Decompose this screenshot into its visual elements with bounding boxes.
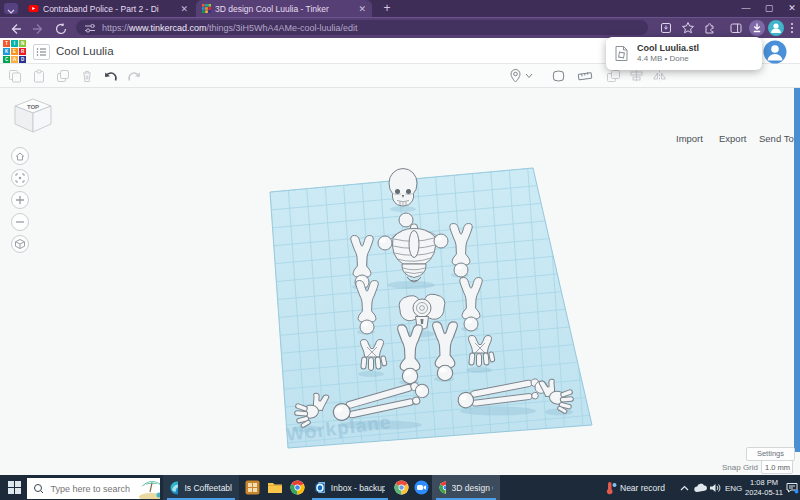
zoom-in-button[interactable] <box>11 191 29 209</box>
zoom-app-icon[interactable] <box>414 480 429 495</box>
maximize-button[interactable]: ▢ <box>761 2 777 15</box>
volume-icon[interactable] <box>709 482 721 494</box>
side-panel-icon[interactable] <box>729 21 743 35</box>
fit-view-button[interactable] <box>11 169 29 187</box>
chevron-down-icon <box>4 6 18 17</box>
bookmark-star-icon[interactable] <box>681 21 695 35</box>
undo-icon[interactable] <box>103 69 118 83</box>
chrome-icon <box>439 481 446 494</box>
youtube-icon <box>28 4 39 13</box>
tab-tinkercad[interactable]: 3D design Cool Luulia - Tinker ✕ <box>196 0 372 17</box>
clock[interactable]: 1:08 PM 2024-05-11 <box>743 478 785 498</box>
shape-tool-icon[interactable] <box>551 69 566 83</box>
download-filename[interactable]: Cool Luulia.stl <box>637 43 699 54</box>
home-icon <box>14 150 26 162</box>
group-icon[interactable] <box>606 69 621 83</box>
settings-button[interactable]: Settings <box>746 447 795 461</box>
forward-icon[interactable] <box>31 22 45 36</box>
browser-app-icon[interactable] <box>394 480 409 495</box>
duplicate-icon[interactable] <box>56 69 70 83</box>
list-menu-icon <box>34 45 49 59</box>
ruler-tool-icon[interactable] <box>577 69 593 83</box>
extensions-puzzle-icon[interactable] <box>703 21 717 35</box>
browser-tab-strip: Contraband Police - Part 2 - Di ✕ 3D des… <box>0 0 800 17</box>
taskbar-outlook-task[interactable]: Inbox - backup - O... <box>308 475 392 500</box>
taskbar-edge-task[interactable]: Is Coffeetablessale... <box>163 475 239 500</box>
skeleton-skull[interactable] <box>389 169 417 207</box>
tab-title: 3D design Cool Luulia - Tinker <box>215 4 333 14</box>
tab-close-icon[interactable]: ✕ <box>358 4 366 14</box>
task-label: Is Coffeetablessale... <box>184 483 232 493</box>
download-status: 4.4 MB • Done <box>637 54 699 64</box>
home-view-button[interactable] <box>11 147 29 165</box>
save-page-icon[interactable] <box>659 21 673 35</box>
tinkercad-favicon <box>202 4 211 13</box>
taskbar-app-icon[interactable] <box>245 480 260 495</box>
reload-icon[interactable] <box>54 22 68 36</box>
menu-dots-icon[interactable] <box>788 21 796 35</box>
chrome-icon[interactable] <box>290 480 305 495</box>
file-explorer-icon[interactable] <box>267 480 283 494</box>
copy-icon[interactable] <box>8 69 22 83</box>
stl-file-icon <box>614 45 629 62</box>
delete-icon[interactable] <box>80 69 94 83</box>
snap-grid-label: Snap Grid <box>718 463 758 472</box>
onedrive-icon[interactable] <box>693 483 707 493</box>
tray-expand-icon[interactable] <box>679 484 690 492</box>
search-highlight-image[interactable] <box>137 478 160 499</box>
align-icon[interactable] <box>629 69 644 83</box>
task-label: Inbox - backup - O... <box>331 483 385 493</box>
taskbar-search-box[interactable] <box>27 478 160 499</box>
weather-icon[interactable] <box>604 481 617 495</box>
task-label: 3D design Cool Luu... <box>452 483 493 493</box>
site-info-icon[interactable] <box>84 22 96 34</box>
minus-icon <box>14 216 26 228</box>
download-popup[interactable]: Cool Luulia.stl 4.4 MB • Done <box>606 37 762 70</box>
workplane-tool-icon[interactable] <box>508 68 523 84</box>
ortho-cube-icon <box>14 238 26 250</box>
redo-icon[interactable] <box>127 69 142 83</box>
outlook-icon <box>315 481 325 494</box>
3d-canvas[interactable]: Workplane <box>0 88 800 475</box>
shapes-panel-edge[interactable] <box>794 88 800 452</box>
view-cube-top-label: TOP <box>27 104 39 110</box>
edge-icon <box>170 481 178 495</box>
perspective-toggle-button[interactable] <box>11 235 29 253</box>
url-text: https://www.tinkercad.com/things/3iH5WhA… <box>102 23 358 33</box>
snap-grid-dropdown[interactable]: 1.0 mm ▾ <box>761 460 793 474</box>
language-indicator[interactable]: ENG <box>725 484 742 493</box>
zoom-out-button[interactable] <box>11 213 29 231</box>
screen: Contraband Police - Part 2 - Di ✕ 3D des… <box>0 0 800 500</box>
back-icon[interactable] <box>9 22 23 36</box>
tab-search-button[interactable] <box>4 3 18 14</box>
search-input[interactable] <box>48 483 137 495</box>
start-button[interactable] <box>8 481 21 494</box>
paste-icon[interactable] <box>32 69 46 83</box>
fit-view-icon <box>14 172 26 184</box>
browser-profile-avatar[interactable] <box>767 19 785 37</box>
date: 2024-05-11 <box>743 488 785 498</box>
chevron-down-icon[interactable] <box>525 73 533 79</box>
plus-icon <box>14 194 26 206</box>
search-icon <box>33 483 43 495</box>
url-bar[interactable]: https://www.tinkercad.com/things/3iH5WhA… <box>76 20 648 35</box>
minimize-button[interactable]: — <box>738 2 754 15</box>
downloads-icon[interactable] <box>748 19 766 37</box>
new-tab-button[interactable]: + <box>380 1 394 15</box>
weather-text[interactable]: Near record <box>620 483 665 493</box>
action-center-icon[interactable] <box>786 482 799 494</box>
view-cube[interactable]: TOP <box>10 94 56 140</box>
tab-title: Contraband Police - Part 2 - Di <box>43 4 161 14</box>
design-title[interactable]: Cool Luulia <box>56 45 114 57</box>
mirror-icon[interactable] <box>652 69 667 83</box>
taskbar-active-task[interactable]: 3D design Cool Luu... <box>432 475 500 500</box>
user-avatar[interactable] <box>763 40 787 64</box>
time: 1:08 PM <box>743 478 785 488</box>
tinkercad-logo[interactable]: T I N K E R C A D <box>3 40 26 63</box>
tab-contraband-police[interactable]: Contraband Police - Part 2 - Di ✕ <box>22 0 194 17</box>
close-button[interactable]: ✕ <box>784 2 800 15</box>
tab-close-icon[interactable]: ✕ <box>180 4 188 14</box>
design-menu-button[interactable] <box>33 44 50 60</box>
